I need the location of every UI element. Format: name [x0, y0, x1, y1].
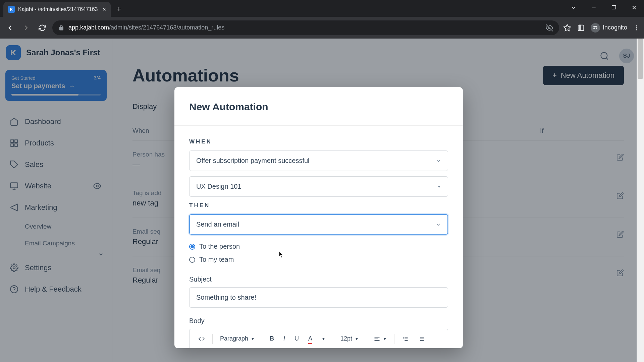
then-label: THEN: [189, 202, 448, 209]
tab-title: Kajabi - /admin/sites/2147647163: [18, 6, 99, 12]
font-size-select[interactable]: 12pt ▼: [336, 333, 363, 345]
sidebar-sub-email-campaigns[interactable]: Email Campaigns: [0, 235, 112, 252]
incognito-icon: [591, 23, 600, 33]
page-title: Automations: [132, 65, 239, 85]
svg-rect-11: [11, 144, 13, 146]
get-started-title: Set up payments→: [11, 82, 101, 90]
new-automation-button[interactable]: + New Automation: [543, 66, 624, 85]
forward-button[interactable]: [20, 22, 32, 34]
italic-button[interactable]: I: [279, 333, 289, 345]
arrow-right-icon: →: [68, 82, 75, 90]
edit-icon[interactable]: [616, 154, 624, 161]
topbar-right: SJ: [600, 49, 634, 63]
sidebar-sub-overview[interactable]: Overview: [0, 218, 112, 235]
bold-button[interactable]: B: [266, 333, 278, 345]
svg-point-4: [593, 27, 595, 29]
avatar[interactable]: SJ: [619, 49, 634, 63]
sidebar-item-marketing[interactable]: Marketing: [0, 197, 112, 218]
new-tab-button[interactable]: +: [117, 5, 121, 13]
menu-icon[interactable]: [633, 24, 640, 31]
edit-icon[interactable]: [616, 269, 624, 277]
radio-to-team[interactable]: To my team: [189, 253, 448, 266]
chevron-down-icon: [98, 251, 104, 257]
help-icon: [9, 285, 19, 294]
lock-icon: [58, 25, 64, 31]
color-dropdown[interactable]: ▼: [318, 334, 329, 344]
when-offer-select[interactable]: UX Design 101 ▼: [189, 176, 448, 197]
modal-header: New Automation: [174, 87, 463, 126]
address-right: Incognito: [563, 23, 640, 33]
chevron-down-icon: [436, 222, 441, 227]
minimize-button[interactable]: ─: [584, 0, 604, 15]
subject-label: Subject: [189, 276, 448, 283]
eye-icon[interactable]: [93, 182, 101, 190]
brand-logo: [6, 45, 21, 60]
sidebar-item-sales[interactable]: Sales: [0, 154, 112, 175]
then-action-select[interactable]: Send an email: [189, 214, 448, 235]
text-color-button[interactable]: A: [304, 333, 316, 345]
caret-down-icon: ▼: [437, 184, 441, 189]
radio-icon: [189, 244, 195, 250]
reload-button[interactable]: [36, 22, 48, 34]
svg-point-7: [636, 27, 637, 28]
scrollbar-thumb[interactable]: [638, 39, 643, 79]
dashboard-icon: [9, 117, 19, 126]
when-trigger-select[interactable]: Offer subscription payment successful: [189, 150, 448, 171]
subject-input[interactable]: Something to share!: [189, 287, 448, 308]
svg-point-5: [596, 27, 597, 29]
address-bar: app.kajabi.com/admin/sites/2147647163/au…: [0, 17, 644, 39]
svg-point-17: [96, 185, 98, 187]
svg-point-6: [636, 25, 637, 26]
svg-point-18: [13, 267, 15, 269]
sidebar-item-settings[interactable]: Settings: [0, 257, 112, 279]
sidebar-item-website[interactable]: Website: [0, 175, 112, 197]
sidebar-item-dashboard[interactable]: Dashboard: [0, 111, 112, 132]
radio-icon: [189, 257, 195, 263]
get-started-label: Get Started: [11, 75, 101, 81]
svg-rect-3: [579, 25, 580, 31]
new-automation-modal: New Automation WHEN Offer subscription p…: [174, 87, 463, 348]
plus-icon: +: [552, 71, 557, 80]
maximize-button[interactable]: ❐: [604, 0, 624, 15]
modal-body: WHEN Offer subscription payment successf…: [174, 126, 463, 348]
when-label: WHEN: [189, 138, 448, 145]
gear-icon: [9, 263, 19, 273]
close-window-button[interactable]: ✕: [624, 0, 644, 15]
svg-rect-14: [10, 183, 18, 188]
eye-off-icon[interactable]: [546, 24, 553, 32]
tab-close-icon[interactable]: ×: [102, 6, 106, 13]
page-header: Automations + New Automation: [132, 65, 624, 85]
chevron-down-icon[interactable]: [564, 0, 584, 15]
code-view-button[interactable]: [194, 333, 209, 345]
search-icon[interactable]: [600, 51, 609, 61]
edit-icon[interactable]: [616, 192, 624, 199]
sidebar-item-products[interactable]: Products: [0, 132, 112, 154]
paragraph-select[interactable]: Paragraph ▼: [216, 333, 259, 345]
edit-icon[interactable]: [616, 231, 624, 238]
sidebar-item-help[interactable]: Help & Feedback: [0, 279, 112, 300]
editor-toolbar: Paragraph ▼ B I U A ▼ 12pt ▼ ▼: [189, 329, 448, 348]
radio-to-person[interactable]: To the person: [189, 240, 448, 253]
website-icon: [9, 181, 19, 191]
get-started-card[interactable]: Get Started 3/4 Set up payments→: [5, 70, 107, 101]
bullet-list-button[interactable]: [414, 333, 429, 345]
extensions-icon[interactable]: [577, 24, 585, 32]
url-bar[interactable]: app.kajabi.com/admin/sites/2147647163/au…: [52, 20, 559, 35]
star-icon[interactable]: [563, 24, 571, 32]
svg-rect-12: [15, 144, 17, 146]
browser-tab[interactable]: K Kajabi - /admin/sites/2147647163 ×: [3, 2, 111, 17]
url-text: app.kajabi.com/admin/sites/2147647163/au…: [68, 24, 542, 31]
numbered-list-button[interactable]: [398, 333, 413, 345]
underline-button[interactable]: U: [290, 333, 303, 345]
svg-point-8: [636, 29, 637, 30]
align-button[interactable]: ▼: [370, 333, 391, 345]
back-button[interactable]: [4, 22, 16, 34]
brand[interactable]: Sarah Jonas's First: [0, 39, 112, 70]
chevron-down-icon: [436, 158, 441, 164]
page-scrollbar[interactable]: [637, 39, 644, 362]
sidebar: Sarah Jonas's First Get Started 3/4 Set …: [0, 39, 112, 362]
sales-icon: [9, 160, 19, 169]
incognito-badge[interactable]: Incognito: [591, 23, 627, 33]
svg-point-21: [601, 53, 607, 59]
sidebar-collapse[interactable]: [0, 252, 112, 257]
